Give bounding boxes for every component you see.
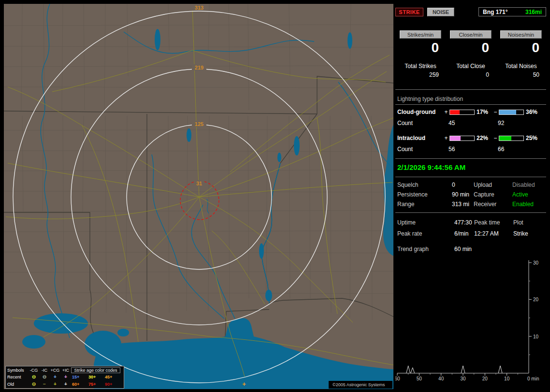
copyright-credit: ©2005 Astrogenic Systems [329, 381, 392, 389]
cloud-ground-count-row: Count 45 92 [395, 120, 546, 126]
separator [395, 89, 546, 90]
noises-per-min-value: 0 [496, 41, 546, 55]
neg-cg-recent-icon: ⊖ [29, 375, 39, 379]
separator [395, 158, 546, 159]
trend-graph-label: Trend graph [397, 246, 454, 252]
range-value: 313 mi [452, 201, 474, 208]
neg-ic-old-icon: − [39, 382, 50, 387]
state-borders [4, 76, 393, 343]
ic-negative-pct: 25% [524, 135, 543, 141]
totals-labels-row: Total Strikes Total Close Total Noises [395, 63, 546, 70]
range-ring-label-219: 219 [195, 65, 203, 70]
legend-recent-label: Recent [7, 375, 29, 379]
svg-text:40: 40 [438, 376, 444, 381]
map-view[interactable]: 313 219 125 31 + Symbols -CG -IC +CG +IC… [4, 4, 393, 389]
receiver-status: Enabled [512, 201, 546, 208]
cg-negative-bar [499, 110, 524, 115]
cg-negative-count: 92 [498, 120, 546, 126]
strikes-per-min-button[interactable]: Strikes/min [400, 30, 441, 39]
separator [395, 177, 546, 177]
legend-recent-row: Recent ⊖ ⊖ + + 15+ 30+ 45+ [7, 374, 122, 380]
capture-status: Active [512, 191, 546, 198]
total-close-value: 0 [446, 71, 496, 78]
trend-window-value: 60 min [454, 246, 474, 252]
peak-time-value: 12:27 AM [474, 230, 513, 237]
svg-text:20: 20 [482, 376, 488, 381]
plot-label: Plot [513, 219, 546, 226]
range-ring-label-31: 31 [196, 181, 202, 186]
plus-sign: + [443, 135, 449, 141]
noise-mode-button[interactable]: NOISE [427, 8, 454, 16]
persistence-label: Persistence [397, 191, 452, 198]
cloud-ground-label: Cloud-ground [397, 109, 443, 115]
rate-buttons-row: Strikes/min Close/min Noises/min [395, 30, 546, 39]
cg-negative-fill [499, 110, 516, 114]
receiver-label: Receiver [474, 201, 512, 208]
legend-age-title: Strike age color codes [71, 367, 120, 373]
svg-text:10: 10 [533, 334, 539, 339]
svg-text:50: 50 [417, 376, 422, 381]
ic-negative-count: 66 [498, 146, 546, 153]
squelch-label: Squelch [397, 182, 452, 188]
age-15: 15+ [71, 375, 87, 379]
svg-text:30: 30 [533, 260, 539, 266]
legend-symbols-title: Symbols [7, 368, 29, 373]
pos-ic-old-icon: + [60, 382, 71, 387]
pos-cg-recent-icon: + [50, 375, 60, 379]
status-row: Peak rate 6/min 12:27 AM Strike [395, 230, 546, 237]
strike-mode-button[interactable]: STRIKE [395, 8, 423, 16]
pos-ic-recent-icon: + [60, 375, 71, 379]
svg-text:0 min: 0 min [527, 376, 539, 381]
age-60: 60+ [71, 382, 87, 387]
peak-rate-value: 6/min [454, 230, 474, 237]
map-legend: Symbols -CG -IC +CG +IC Strike age color… [5, 366, 124, 389]
county-borders [4, 4, 393, 320]
intracloud-label: Intracloud [397, 135, 443, 141]
cg-negative-pct: 36% [524, 109, 543, 115]
trend-graph-row: Trend graph 60 min [395, 246, 546, 252]
system-datetime: 2/1/2026 9:44:56 AM [397, 163, 465, 171]
bearing-display: Bng 171° 316mi [478, 7, 546, 16]
settings-row: Persistence 90 min Capture Active [395, 191, 546, 198]
cg-positive-bar [449, 110, 475, 115]
pos-cg-old-icon: + [50, 382, 60, 387]
plot-value: Strike [513, 230, 546, 237]
legend-col-neg-cg: -CG [29, 368, 39, 373]
svg-text:10: 10 [504, 376, 510, 381]
rate-values-row: 0 0 0 [395, 41, 546, 55]
uptime-label: Uptime [397, 219, 454, 226]
total-noises-label: Total Noises [505, 63, 536, 70]
minus-sign: − [492, 135, 499, 141]
separator [395, 212, 546, 213]
cg-positive-fill [450, 110, 460, 114]
age-45: 45+ [104, 375, 120, 379]
ic-positive-fill [450, 136, 461, 140]
legend-old-row: Old ⊖ − + + 60+ 75+ 90+ [7, 381, 122, 387]
total-noises-value: 50 [496, 71, 546, 78]
strike-symbol: + [242, 380, 246, 388]
rivers [41, 4, 393, 338]
cg-positive-pct: 17% [475, 109, 492, 115]
water-bodies [22, 29, 393, 389]
totals-values-row: 259 0 50 [395, 71, 546, 78]
ic-positive-bar [449, 136, 475, 141]
cg-positive-count: 45 [449, 120, 498, 126]
age-30: 30+ [87, 375, 104, 379]
total-close-label: Total Close [456, 63, 485, 70]
count-label: Count [397, 146, 449, 153]
plus-sign: + [443, 109, 449, 115]
bearing-label: Bng 171° [483, 9, 507, 15]
age-75: 75+ [87, 382, 104, 387]
trend-graph: 3020106050403020100 min [395, 254, 546, 386]
status-panel: STRIKE NOISE Bng 171° 316mi Strikes/min … [395, 4, 546, 389]
range-ring-label-125: 125 [195, 121, 203, 127]
separator [395, 104, 546, 105]
legend-header-row: Symbols -CG -IC +CG +IC Strike age color… [7, 367, 122, 374]
minus-sign: − [492, 109, 499, 115]
legend-col-neg-ic: -IC [39, 368, 50, 373]
ic-positive-pct: 22% [475, 135, 492, 141]
noises-per-min-button[interactable]: Noises/min [500, 30, 542, 39]
app-window: 313 219 125 31 + Symbols -CG -IC +CG +IC… [0, 0, 550, 392]
close-per-min-button[interactable]: Close/min [450, 30, 492, 39]
svg-text:60: 60 [395, 376, 400, 381]
